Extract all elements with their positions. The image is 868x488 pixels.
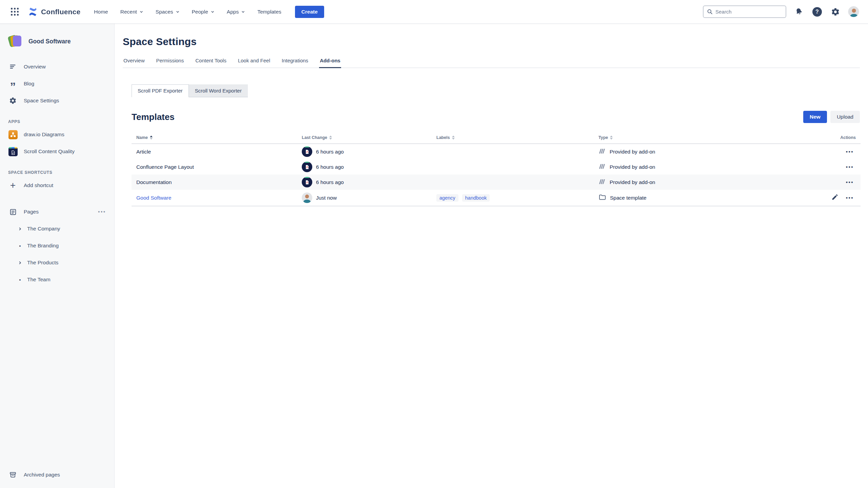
pdf-app-avatar (302, 146, 312, 157)
tab-look-and-feel[interactable]: Look and Feel (237, 58, 271, 67)
help-button[interactable]: ? (811, 6, 823, 18)
sort-icon (150, 136, 153, 140)
quote-icon: ” (8, 79, 18, 88)
template-name: Confluence Page Layout (132, 162, 297, 172)
row-more-actions-icon[interactable]: ••• (846, 195, 854, 201)
tab-content-tools[interactable]: Content Tools (195, 58, 227, 67)
templates-table: Name Last Change Labels Type Actions (132, 132, 861, 206)
align-left-icon (8, 62, 18, 72)
product-name: Confluence (41, 8, 80, 16)
nav-spaces[interactable]: Spaces (156, 9, 180, 15)
sidebar-item-space-settings[interactable]: Space Settings (5, 92, 109, 109)
bullet-icon: • (18, 277, 22, 283)
pages-more-icon[interactable]: ••• (98, 209, 106, 215)
nav-people[interactable]: People (192, 9, 215, 15)
edit-icon[interactable] (831, 194, 839, 202)
notifications-button[interactable] (793, 6, 805, 18)
nav-recent[interactable]: Recent (120, 9, 143, 15)
sidebar-item-label: Blog (24, 81, 34, 87)
addon-type-icon (598, 163, 606, 171)
user-avatar-photo (848, 6, 859, 17)
sidebar-item-drawio[interactable]: draw.io Diagrams (5, 126, 109, 143)
column-header-name[interactable]: Name (132, 132, 297, 143)
page-tree-item-the-company[interactable]: The Company (5, 220, 109, 237)
confluence-logo[interactable]: Confluence (28, 7, 80, 17)
archived-pages-button[interactable]: Archived pages (5, 466, 109, 483)
page-title-label: The Branding (27, 243, 59, 249)
chevron-down-icon (139, 10, 143, 14)
new-template-button[interactable]: New (803, 111, 827, 123)
chevron-down-icon (211, 10, 215, 14)
tab-overview[interactable]: Overview (123, 58, 145, 67)
archive-icon (8, 470, 18, 480)
primary-nav: Home Recent Spaces People Apps Templates (94, 9, 281, 15)
column-header-labels[interactable]: Labels (432, 132, 594, 143)
settings-tabs: Overview Permissions Content Tools Look … (123, 58, 860, 68)
folder-icon (598, 194, 606, 202)
add-ons-panel: Scroll PDF Exporter Scroll Word Exporter… (132, 68, 860, 206)
template-name-link[interactable]: Good Software (136, 195, 171, 201)
sidebar-item-blog[interactable]: ” Blog (5, 75, 109, 92)
page-tree-item-the-branding[interactable]: • The Branding (5, 237, 109, 254)
space-name: Good Software (28, 38, 71, 45)
main-content: Space Settings Overview Permissions Cont… (115, 0, 868, 206)
top-navigation-bar: Confluence Home Recent Spaces People App… (0, 0, 868, 24)
table-row: Good Software Just now agency handbook S… (132, 190, 861, 206)
page-tree-item-the-products[interactable]: The Products (5, 254, 109, 271)
app-switcher-icon[interactable] (9, 6, 21, 18)
sidebar-item-scroll-content-quality[interactable]: Scroll Content Quality (5, 143, 109, 160)
type-text: Space template (610, 195, 647, 201)
tab-permissions[interactable]: Permissions (156, 58, 185, 67)
bell-icon (793, 6, 804, 17)
subtab-scroll-pdf-exporter[interactable]: Scroll PDF Exporter (132, 84, 189, 97)
search-input[interactable] (715, 9, 776, 15)
exporter-subtabs: Scroll PDF Exporter Scroll Word Exporter (132, 84, 248, 97)
nav-templates[interactable]: Templates (257, 9, 281, 15)
label-chip[interactable]: agency (436, 194, 458, 202)
space-header[interactable]: Good Software (5, 24, 109, 52)
settings-button[interactable] (830, 6, 841, 18)
page-title-label: The Company (27, 226, 60, 232)
create-button[interactable]: Create (295, 6, 324, 18)
bullet-icon: • (18, 243, 22, 249)
type-text: Provided by add-on (610, 149, 655, 155)
row-more-actions-icon[interactable]: ••• (846, 149, 854, 155)
drawio-icon (8, 130, 18, 139)
sidebar-item-label: Scroll Content Quality (24, 148, 75, 155)
scroll-content-quality-icon (8, 147, 18, 156)
search-box[interactable] (703, 5, 786, 18)
add-shortcut-button[interactable]: + Add shortcut (5, 177, 109, 194)
chevron-right-icon[interactable] (18, 227, 22, 231)
tab-add-ons[interactable]: Add-ons (319, 58, 341, 67)
row-more-actions-icon[interactable]: ••• (846, 164, 854, 170)
apps-section-heading: APPS (8, 119, 109, 124)
upload-template-button[interactable]: Upload (830, 111, 860, 123)
sidebar-item-overview[interactable]: Overview (5, 58, 109, 75)
user-avatar[interactable] (848, 6, 859, 17)
nav-apps[interactable]: Apps (227, 9, 245, 15)
label-chip[interactable]: handbook (462, 194, 490, 202)
last-change-text: 6 hours ago (316, 164, 344, 170)
addon-type-icon (598, 148, 606, 156)
table-row: Documentation 6 hours ago Provided by ad… (132, 175, 861, 190)
row-more-actions-icon[interactable]: ••• (846, 179, 854, 185)
nav-home[interactable]: Home (94, 9, 108, 15)
tab-integrations[interactable]: Integrations (281, 58, 309, 67)
sidebar-item-label: Add shortcut (24, 182, 53, 188)
search-icon (707, 9, 713, 15)
pages-section-header[interactable]: Pages ••• (5, 203, 109, 220)
subtab-scroll-word-exporter[interactable]: Scroll Word Exporter (189, 84, 248, 97)
pages-label: Pages (24, 209, 39, 215)
column-header-last-change[interactable]: Last Change (297, 132, 432, 143)
column-header-type[interactable]: Type (594, 132, 787, 143)
chevron-right-icon[interactable] (18, 261, 22, 265)
page-title-label: The Team (27, 277, 51, 283)
pages-icon (8, 207, 18, 217)
question-icon: ? (812, 7, 822, 17)
chevron-down-icon (241, 10, 245, 14)
space-sidebar: Good Software Overview ” Blog Space Sett… (0, 24, 115, 488)
page-tree-item-the-team[interactable]: • The Team (5, 271, 109, 288)
last-change-text: 6 hours ago (316, 179, 344, 185)
pdf-app-avatar (302, 177, 312, 187)
page-title-label: The Products (27, 260, 58, 266)
